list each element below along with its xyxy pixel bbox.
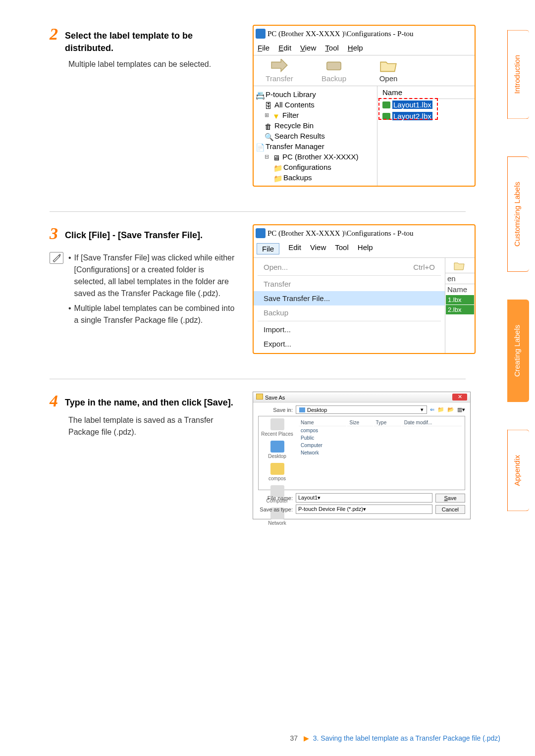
menubar: File Edit View Tool Help bbox=[254, 42, 475, 55]
nav-newfolder-icon[interactable]: 📂 bbox=[447, 406, 454, 413]
search-icon: 🔍 bbox=[265, 133, 272, 140]
desktop-icon bbox=[299, 407, 305, 412]
file-menu-dropdown: Open...Ctrl+O Transfer Save Transfer Fil… bbox=[254, 258, 445, 353]
menubar: File Edit View Tool Help bbox=[254, 241, 475, 257]
computer-icon: 🖥 bbox=[272, 153, 280, 160]
close-button[interactable]: ✕ bbox=[452, 394, 467, 401]
save-as-dialog: Save As ✕ Save in: Desktop▾ ⇐ 📁 📂 ▥▾ R bbox=[253, 392, 471, 519]
dialog-title-bar: Save As ✕ bbox=[253, 392, 470, 403]
menu-file-open[interactable]: File bbox=[257, 243, 279, 254]
save-icon bbox=[256, 394, 263, 400]
svg-rect-0 bbox=[327, 62, 341, 70]
toolbar-transfer[interactable]: Transfer bbox=[260, 58, 299, 83]
menu-item-save-transfer-file[interactable]: Save Transfer File... bbox=[254, 291, 445, 305]
side-text-name: Name bbox=[445, 284, 475, 295]
col-type[interactable]: Type bbox=[374, 419, 401, 426]
toolbar-backup[interactable]: Backup bbox=[314, 58, 354, 83]
window-title-bar: PC (Brother XX-XXXX )\Configurations - P… bbox=[254, 225, 475, 241]
filter-icon: ▼ bbox=[272, 112, 280, 119]
tree-configurations[interactable]: 📁Configurations bbox=[273, 162, 375, 172]
menu-tool[interactable]: Tool bbox=[335, 243, 349, 254]
tree-view: 📇P-touch Library 🗄All Contents ⊞▼Filter … bbox=[254, 86, 377, 186]
folder-icon bbox=[270, 463, 284, 475]
filename-input[interactable]: Layout1▾ bbox=[296, 493, 432, 503]
file-list: Name Layout1.lbx Layout2.lbx bbox=[377, 86, 475, 186]
menu-tool[interactable]: Tool bbox=[325, 44, 339, 52]
tab-creating-labels[interactable]: Creating Labels bbox=[507, 300, 529, 402]
step-4-title: Type in the name, and then click [Save]. bbox=[65, 397, 233, 409]
expand-icon[interactable]: ⊞ bbox=[265, 112, 270, 118]
menu-item-open[interactable]: Open...Ctrl+O bbox=[254, 260, 445, 274]
list-column-name[interactable]: Name bbox=[377, 86, 475, 99]
place-compos[interactable]: compos bbox=[261, 463, 294, 481]
step-2-number: 2 bbox=[50, 25, 58, 44]
menu-edit[interactable]: Edit bbox=[278, 44, 291, 52]
step-4-subtext: The label template is saved as a Transfe… bbox=[68, 414, 238, 438]
tree-all-contents[interactable]: 🗄All Contents bbox=[265, 100, 375, 110]
footer-arrow-icon: ▶ bbox=[304, 734, 309, 742]
transfer-manager-icon: 📄 bbox=[256, 143, 264, 150]
nav-up-icon[interactable]: 📁 bbox=[437, 406, 444, 413]
menu-view[interactable]: View bbox=[300, 44, 316, 52]
menu-edit[interactable]: Edit bbox=[288, 243, 301, 254]
tab-introduction[interactable]: Introduction bbox=[507, 30, 529, 119]
savein-combo[interactable]: Desktop▾ bbox=[296, 405, 427, 414]
menu-file[interactable]: File bbox=[258, 44, 269, 52]
menu-view[interactable]: View bbox=[310, 243, 326, 254]
menu-item-import[interactable]: Import... bbox=[254, 322, 445, 337]
tree-search-results[interactable]: 🔍Search Results bbox=[265, 131, 375, 141]
place-desktop[interactable]: Desktop bbox=[261, 441, 294, 459]
step-2-subtext: Multiple label templates can be selected… bbox=[68, 58, 238, 70]
menu-item-transfer[interactable]: Transfer bbox=[254, 277, 445, 291]
desktop-icon bbox=[270, 441, 284, 453]
menu-item-export[interactable]: Export... bbox=[254, 337, 445, 351]
menu-help[interactable]: Help bbox=[358, 243, 373, 254]
tree-transfer-manager[interactable]: 📄Transfer Manager bbox=[256, 141, 375, 151]
step-3-number: 3 bbox=[50, 224, 58, 243]
filename-label: File name: bbox=[258, 495, 293, 501]
menu-item-backup[interactable]: Backup bbox=[254, 305, 445, 320]
toolbar: Transfer Backup Open bbox=[254, 55, 475, 86]
browser-item[interactable]: Computer bbox=[299, 442, 462, 449]
place-recent[interactable]: Recent Places bbox=[261, 418, 294, 437]
collapse-icon[interactable]: ⊟ bbox=[265, 153, 270, 160]
places-bar: Recent Places Desktop compos Computer Ne… bbox=[259, 416, 296, 490]
browser-item[interactable]: Network bbox=[299, 450, 462, 456]
col-date[interactable]: Date modif... bbox=[402, 419, 462, 426]
tab-appendix[interactable]: Appendix bbox=[507, 430, 529, 511]
step-2: 2 Select the label template to be distri… bbox=[50, 25, 466, 199]
tree-ptouch-library[interactable]: 📇P-touch Library bbox=[256, 89, 375, 100]
file-browser-list: Name Size Type Date modif... compos Publ… bbox=[296, 416, 465, 490]
backup-icon bbox=[324, 58, 343, 73]
side-text-en: en bbox=[445, 273, 475, 284]
nav-viewmenu-icon[interactable]: ▥▾ bbox=[457, 406, 465, 413]
side-item-2lbx: 2.lbx bbox=[446, 305, 474, 314]
tree-filter[interactable]: ⊞▼Filter bbox=[265, 110, 375, 120]
page-number: 37 bbox=[290, 734, 298, 742]
col-size[interactable]: Size bbox=[347, 419, 373, 426]
tree-backups[interactable]: 📁Backups bbox=[273, 172, 375, 183]
tab-customizing-labels[interactable]: Customizing Labels bbox=[507, 156, 529, 272]
transfer-icon bbox=[270, 58, 289, 73]
step-2-title: Select the label template to be distribu… bbox=[65, 30, 238, 54]
browser-item[interactable]: Public bbox=[299, 435, 462, 441]
footer-breadcrumb: 3. Saving the label template as a Transf… bbox=[313, 734, 500, 742]
page-icon: 🗄 bbox=[265, 101, 272, 108]
savetype-combo[interactable]: P-touch Device File (*.pdz)▾ bbox=[296, 504, 432, 514]
side-panel: en Name 1.lbx 2.lbx bbox=[445, 258, 475, 353]
tree-recycle-bin[interactable]: 🗑Recycle Bin bbox=[265, 120, 375, 131]
save-button[interactable]: Save bbox=[435, 494, 465, 503]
menu-help[interactable]: Help bbox=[348, 44, 363, 52]
step-3-notes: •If [Save Transfer File] was clicked whi… bbox=[68, 252, 238, 329]
col-name[interactable]: Name bbox=[299, 419, 346, 426]
ptouch-logo-icon bbox=[256, 29, 266, 39]
nav-back-icon[interactable]: ⇐ bbox=[430, 406, 434, 413]
open-icon bbox=[379, 58, 398, 73]
recycle-icon: 🗑 bbox=[265, 122, 272, 129]
toolbar-open[interactable]: Open bbox=[369, 58, 408, 83]
cancel-button[interactable]: Cancel bbox=[435, 505, 465, 514]
browser-item[interactable]: compos bbox=[299, 427, 462, 434]
tree-pc[interactable]: ⊟🖥PC (Brother XX-XXXX) bbox=[265, 151, 375, 162]
library-icon: 📇 bbox=[256, 91, 264, 98]
step-3: 3 Click [File] - [Save Transfer File]. •… bbox=[50, 224, 466, 366]
